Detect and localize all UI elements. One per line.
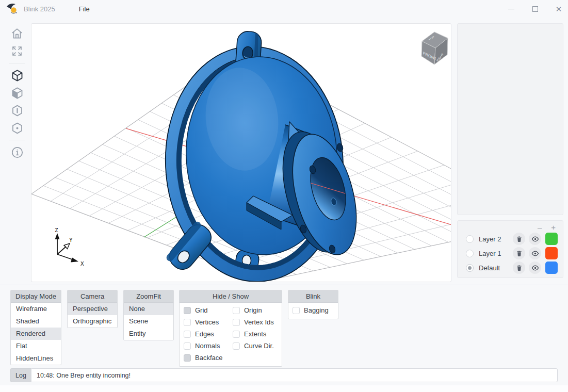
checkbox-bagging[interactable]: [293, 307, 300, 314]
layer-visibility-button[interactable]: [529, 262, 541, 274]
layer-radio-layer-2[interactable]: [466, 235, 474, 243]
window-controls: ✕: [507, 0, 563, 18]
checkbox-label: Bagging: [304, 306, 329, 314]
model-brep[interactable]: [159, 31, 368, 282]
checkbox-row-bagging[interactable]: Bagging: [291, 304, 335, 316]
display-mode-header: Display Mode: [11, 290, 61, 303]
expand-arrows-icon: [11, 45, 23, 57]
blink-header: Blink: [288, 290, 338, 303]
layer-name: Default: [479, 264, 509, 272]
app-logo-icon: [5, 2, 20, 16]
option-perspective[interactable]: Perspective: [68, 303, 117, 315]
display-wireframe-button[interactable]: [8, 67, 26, 84]
checkbox-edges[interactable]: [184, 331, 191, 338]
checkbox-row-edges[interactable]: Edges: [183, 328, 230, 340]
delete-layer-button[interactable]: [513, 247, 525, 259]
display-points-button[interactable]: [8, 119, 26, 137]
checkbox-row-origin[interactable]: Origin: [232, 304, 279, 316]
layer-color-swatch[interactable]: [545, 233, 558, 245]
minimize-button[interactable]: [507, 5, 515, 13]
checkbox-row-backface[interactable]: Backface: [183, 352, 230, 364]
checkbox-row-grid[interactable]: Grid: [183, 304, 230, 316]
left-toolbar: [4, 25, 30, 161]
footer-strip: [0, 385, 568, 392]
axis-x-label: X: [80, 260, 84, 267]
maximize-button[interactable]: [531, 5, 539, 13]
checkbox-vertex-ids[interactable]: [233, 319, 240, 326]
zoomfit-panel: ZoomFit NoneSceneEntity: [123, 290, 174, 340]
checkbox-row-extents[interactable]: Extents: [232, 328, 279, 340]
checkbox-row-normals[interactable]: Normals: [183, 340, 230, 352]
cube-wireframe-icon: [10, 69, 24, 83]
option-rendered[interactable]: Rendered: [11, 328, 61, 340]
eye-icon: [531, 250, 539, 257]
log-message-field[interactable]: 10:48: One Brep entity incoming!: [31, 368, 558, 382]
maximize-icon: [532, 6, 538, 12]
scene-canvas: Z Y X FRONT TOP RIGHT: [31, 24, 451, 282]
layer-name: Layer 2: [479, 235, 509, 243]
zoomfit-header: ZoomFit: [124, 290, 173, 303]
layer-row-layer-1: Layer 1: [463, 247, 558, 260]
checkbox-backface[interactable]: [184, 354, 191, 362]
hide-show-panel: Hide / Show GridOriginVerticesVertex Ids…: [179, 290, 282, 367]
trash-icon: [516, 250, 523, 257]
option-wireframe[interactable]: Wireframe: [11, 303, 61, 315]
add-layer-button[interactable]: +: [551, 223, 556, 231]
option-entity[interactable]: Entity: [124, 328, 173, 340]
option-flat[interactable]: Flat: [11, 340, 61, 352]
checkbox-normals[interactable]: [184, 342, 191, 350]
trash-icon: [516, 265, 523, 271]
layer-radio-default[interactable]: [466, 264, 474, 272]
display-mode-panel: Display Mode WireframeShadedRenderedFlat…: [10, 290, 61, 365]
home-button[interactable]: [8, 25, 26, 42]
layer-radio-layer-1[interactable]: [466, 250, 474, 257]
camera-options: PerspectiveOrthographic: [68, 303, 117, 328]
option-orthographic[interactable]: Orthographic: [68, 315, 117, 328]
axis-y-label: Y: [69, 237, 73, 243]
display-shaded-button[interactable]: [8, 84, 26, 102]
info-button[interactable]: [8, 143, 26, 161]
camera-header: Camera: [68, 290, 117, 303]
checkbox-row-vertices[interactable]: Vertices: [183, 316, 230, 328]
app-title: Blink 2025: [24, 5, 55, 13]
checkbox-origin[interactable]: [233, 307, 240, 314]
minimize-icon: [508, 9, 514, 9]
menu-file[interactable]: File: [79, 5, 90, 13]
display-normals-button[interactable]: [8, 102, 26, 119]
zoomfit-options: NoneSceneEntity: [124, 303, 173, 340]
layer-visibility-button[interactable]: [529, 233, 541, 245]
checkbox-curve-dir[interactable]: [233, 342, 240, 350]
delete-layer-button[interactable]: [513, 262, 525, 274]
hide-show-checkboxes: GridOriginVerticesVertex IdsEdgesExtents…: [180, 303, 282, 366]
layer-color-swatch[interactable]: [545, 247, 558, 259]
log-label: Log: [10, 368, 31, 382]
checkbox-label: Normals: [195, 342, 220, 350]
layer-color-swatch[interactable]: [545, 262, 558, 274]
checkbox-grid[interactable]: [184, 307, 191, 314]
layer-name: Layer 1: [479, 250, 509, 257]
option-scene[interactable]: Scene: [124, 315, 173, 328]
checkbox-vertices[interactable]: [184, 319, 191, 326]
display-mode-options: WireframeShadedRenderedFlatHiddenLines: [11, 303, 61, 365]
option-none[interactable]: None: [124, 303, 173, 315]
viewport-3d[interactable]: Z Y X FRONT TOP RIGHT: [31, 23, 451, 282]
titlebar: Blink 2025 File ✕: [0, 0, 568, 18]
layer-visibility-button[interactable]: [529, 247, 541, 259]
layer-row-layer-2: Layer 2: [463, 232, 558, 246]
delete-layer-button[interactable]: [513, 233, 525, 245]
view-cube[interactable]: FRONT TOP RIGHT: [421, 32, 448, 64]
close-button[interactable]: ✕: [555, 5, 563, 13]
layers-panel: – + Layer 2Layer 1Default: [457, 220, 563, 278]
option-shaded[interactable]: Shaded: [11, 315, 61, 328]
eye-icon: [531, 235, 539, 243]
option-hiddenlines[interactable]: HiddenLines: [11, 352, 61, 365]
close-icon: ✕: [556, 5, 562, 13]
checkbox-row-vertex-ids[interactable]: Vertex Ids: [232, 316, 279, 328]
zoom-extents-button[interactable]: [8, 42, 26, 60]
properties-panel: [457, 23, 563, 215]
checkbox-row-curve-dir[interactable]: Curve Dir.: [232, 340, 279, 352]
eye-icon: [531, 264, 539, 272]
layers-list: Layer 2Layer 1Default: [463, 232, 558, 274]
remove-layer-button[interactable]: –: [538, 223, 542, 231]
checkbox-extents[interactable]: [233, 331, 240, 338]
